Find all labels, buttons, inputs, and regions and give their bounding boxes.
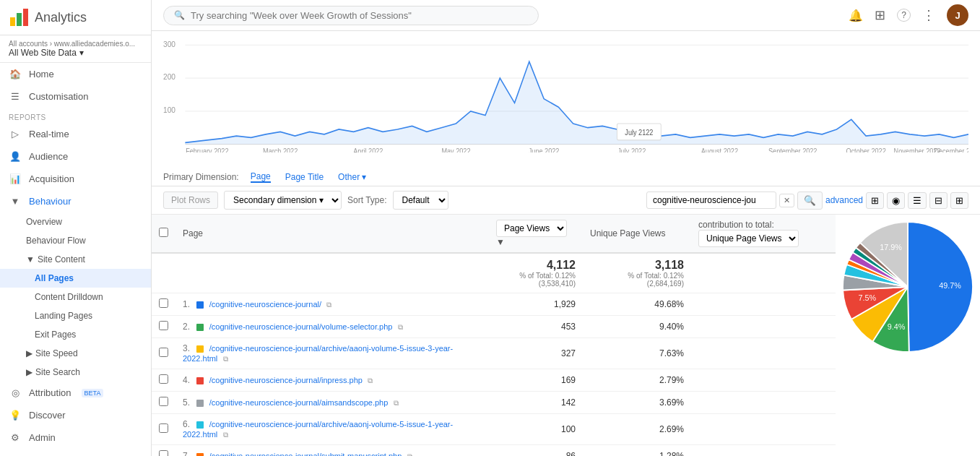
svg-text:March 2022: March 2022 [263,147,298,152]
row-checkbox[interactable] [159,374,168,384]
search-input[interactable] [191,10,528,21]
sidebar-item-content-drilldown[interactable]: Content Drilldown [0,288,151,306]
sidebar-item-acquisition[interactable]: 📊 Acquisition [0,168,151,190]
dim-page-link[interactable]: Page [251,171,271,183]
pie-view-button[interactable]: ◉ [887,192,905,209]
grid-view-button[interactable]: ⊞ [866,192,884,209]
row-views-cell: 100 [489,414,583,445]
external-link-icon: ⧉ [394,399,399,407]
svg-marker-10 [185,61,968,144]
row-views-cell: 1,929 [489,293,583,316]
row-page-cell: 6. /cognitive-neuroscience-journal/archi… [175,414,489,445]
table-row: 2. /cognitive-neuroscience-journal/volum… [152,316,836,338]
sort-desc-icon[interactable]: ▼ [496,237,505,247]
pie-label: 9.4% [888,322,906,331]
search-bar[interactable]: 🔍 [163,6,539,25]
sidebar-sub-site-content[interactable]: ▼ Site Content [0,250,151,269]
external-link-icon: ⧉ [223,431,228,439]
row-checkbox[interactable] [159,397,168,406]
pivot-view-button[interactable]: ⊟ [929,192,948,209]
svg-text:August 2022: August 2022 [701,147,738,152]
table-row: 7. /cognitive-neuroscience-journal/submi… [152,445,836,457]
help-icon[interactable]: ? [897,9,911,22]
external-link-icon: ⧉ [407,452,412,456]
row-unique-cell: 9.40% [583,316,691,338]
sidebar-item-landing-pages[interactable]: Landing Pages [0,306,151,325]
row-page-link[interactable]: /cognitive-neuroscience-journal/volume-s… [209,322,393,331]
table-row: 3. /cognitive-neuroscience-journal/archi… [152,338,836,369]
sidebar-sub-site-speed[interactable]: ▶ Site Speed [0,344,151,363]
row-checkbox[interactable] [159,298,168,308]
row-contrib-cell [691,445,836,457]
contrib-metric-select[interactable]: Unique Page Views [698,230,799,247]
sidebar-item-audience[interactable]: 👤 Audience [0,145,151,168]
custom-view-button[interactable]: ⊞ [950,192,968,209]
admin-icon: ⚙ [9,432,22,443]
sidebar-item-customisation[interactable]: ☰ Customisation [0,85,151,108]
sidebar-item-all-pages[interactable]: All Pages [0,269,151,288]
row-checkbox-cell [152,445,175,457]
sidebar-item-home[interactable]: 🏠 Home [0,63,151,85]
list-view-button[interactable]: ☰ [908,192,927,209]
row-page-link[interactable]: /cognitive-neuroscience-journal/inpress.… [209,376,363,384]
secondary-dimension-select[interactable]: Secondary dimension ▾ [224,191,342,210]
row-contrib-cell [691,316,836,338]
select-all-checkbox[interactable] [159,228,168,237]
svg-text:October 2022: October 2022 [846,147,885,152]
row-color-dot [196,345,204,353]
dim-other-link[interactable]: Other ▾ [338,172,366,182]
primary-dim-label: Primary Dimension: [163,172,239,182]
sidebar-item-behaviour[interactable]: ▼ Behaviour [0,190,151,212]
sidebar-sub-site-search[interactable]: ▶ Site Search [0,363,151,382]
property-selector[interactable]: All Web Site Data ▾ [9,48,142,58]
notification-icon[interactable]: 🔔 [849,9,863,22]
filter-input[interactable] [646,192,776,209]
sidebar-item-realtime[interactable]: ▷ Real-time [0,123,151,145]
sort-type-select[interactable]: Default [393,191,448,210]
realtime-icon: ▷ [9,129,22,139]
filter-search-button[interactable]: 🔍 [797,192,823,210]
main-content: 🔍 🔔 ⊞ ? ⋮ J 300 200 100 [152,0,980,456]
sidebar-sub-overview[interactable]: Overview [0,212,151,231]
sidebar-item-admin[interactable]: ⚙ Admin [0,426,151,449]
acquisition-icon: 📊 [9,173,22,184]
pie-chart-container: 49.7%9.4%7.5%17.9% [836,215,980,456]
plot-rows-button: Plot Rows [163,192,218,209]
sidebar-collapse-button[interactable]: ◀ [0,449,151,456]
apps-grid-icon[interactable]: ⊞ [875,7,885,23]
advanced-link[interactable]: advanced [825,195,863,205]
sidebar-item-discover[interactable]: 💡 Discover [0,404,151,426]
data-table: Page Page Views ▼ Unique Page Views [152,215,836,456]
row-checkbox-cell [152,316,175,338]
row-number: 2. [183,322,190,332]
sidebar-item-attribution[interactable]: ◎ Attribution BETA [0,382,151,404]
account-info: All accounts › www.alliedacademies.o... … [0,35,151,63]
avatar[interactable]: J [947,4,968,26]
row-unique-cell: 2.79% [583,369,691,392]
clear-filter-icon[interactable]: ✕ [779,194,794,207]
topbar-icons: 🔔 ⊞ ? ⋮ J [849,4,968,26]
row-page-link[interactable]: /cognitive-neuroscience-journal/ [209,300,321,309]
reports-section-label: REPORTS [0,108,151,123]
row-checkbox-cell [152,369,175,392]
sidebar-sub-behaviour-flow[interactable]: Behaviour Flow [0,231,151,250]
row-number: 1. [183,299,190,309]
row-checkbox[interactable] [159,450,168,456]
page-views-select[interactable]: Page Views [496,220,567,237]
sidebar-item-exit-pages[interactable]: Exit Pages [0,325,151,344]
row-page-cell: 3. /cognitive-neuroscience-journal/archi… [175,338,489,369]
row-color-dot [196,377,204,384]
beta-badge: BETA [82,389,104,397]
row-checkbox[interactable] [159,348,168,357]
row-page-cell: 1. /cognitive-neuroscience-journal/ ⧉ [175,293,489,316]
more-options-icon[interactable]: ⋮ [922,7,935,23]
row-contrib-cell [691,369,836,392]
row-page-link[interactable]: /cognitive-neuroscience-journal/submit-m… [209,452,402,456]
row-page-link[interactable]: /cognitive-neuroscience-journal/aimsands… [209,398,389,407]
topbar: 🔍 🔔 ⊞ ? ⋮ J [152,0,980,31]
row-views-cell: 142 [489,392,583,414]
dim-page-title-link[interactable]: Page Title [285,172,324,182]
row-checkbox[interactable] [159,423,168,433]
row-page-cell: 4. /cognitive-neuroscience-journal/inpre… [175,369,489,392]
row-checkbox[interactable] [159,321,168,330]
